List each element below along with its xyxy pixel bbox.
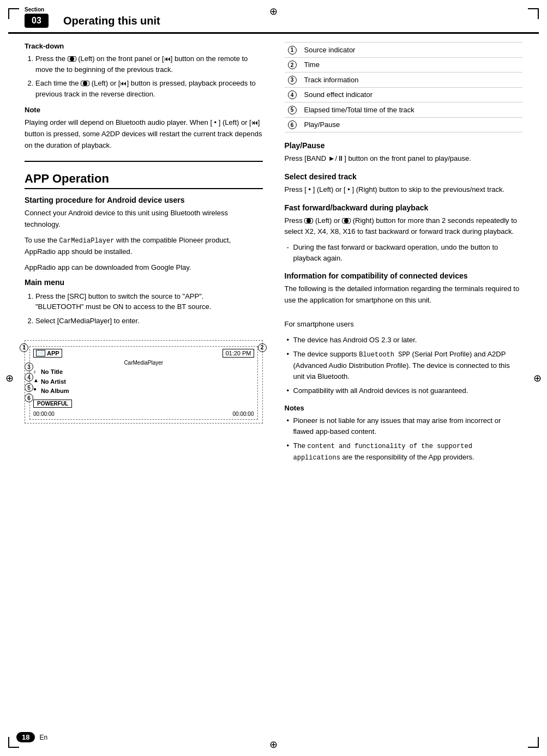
corner-mark-tl	[8, 8, 19, 19]
indicator-label-5: Elapsed time/Total time of the track	[301, 102, 523, 118]
main-menu-title: Main menu	[25, 278, 263, 287]
diagram-track-text: No Title No Artist No Album	[41, 367, 69, 396]
no-title: No Title	[41, 367, 69, 377]
circle-indicator-1: 1	[288, 46, 297, 55]
notes-section: Notes Pioneer is not liable for any issu…	[285, 404, 523, 463]
main-content: Track-down Press the (Left) on the front…	[8, 34, 539, 470]
indicator-label-6: Play/Pause	[301, 117, 523, 132]
circle-indicator-6: 6	[288, 120, 297, 129]
play-pause-text: Press [BAND ►/⏸] button on the front pan…	[285, 153, 523, 165]
page-lang: En	[39, 734, 47, 741]
fast-forward-dash: During the fast forward or backward oper…	[285, 242, 523, 264]
diagram-icon-col: ♪ ▲ ●	[33, 367, 39, 396]
main-menu-steps: Press the [SRC] button to switch the sou…	[25, 291, 263, 326]
diagram-time: 01:20 PM	[223, 349, 254, 358]
section-title: Operating this unit	[63, 15, 160, 27]
page-footer: 18 En	[16, 732, 47, 742]
notes-bullet-1: Pioneer is not liable for any issues tha…	[285, 415, 523, 437]
no-album: No Album	[41, 386, 69, 396]
fast-forward-section: Fast forward/backward during playback Pr…	[285, 203, 523, 264]
disc-icon: ●	[33, 385, 39, 394]
diagram-time-end: 00:00:00	[233, 411, 254, 417]
main-menu-step-2: Select [CarMediaPlayer] to enter.	[35, 316, 263, 326]
indicator-num-3: 3	[285, 72, 301, 88]
app-icon: 📄	[36, 350, 45, 356]
diagram-time-row: 00:00:00 00:00:00	[33, 411, 254, 417]
center-mark-right: ⊕	[533, 372, 542, 384]
corner-mark-tr	[528, 8, 539, 19]
page-number: 18	[16, 732, 35, 742]
main-menu-section: Main menu Press the [SRC] button to swit…	[25, 278, 263, 326]
btn-ff-right	[342, 218, 351, 223]
label-empty	[25, 332, 35, 339]
circle-num-1: 1	[20, 343, 28, 352]
play-pause-section: Play/Pause Press [BAND ►/⏸] button on th…	[285, 141, 523, 165]
person-icon: ▲	[33, 376, 39, 385]
center-mark-left: ⊕	[5, 372, 14, 384]
play-pause-title: Play/Pause	[285, 141, 523, 150]
notes-bullet-2: The content and functionality of the sup…	[285, 440, 523, 463]
circle-indicator-4: 4	[288, 90, 297, 99]
indicator-table-body: 1 Source indicator 2 Time 3 Track inform…	[285, 43, 523, 132]
right-column: 1 Source indicator 2 Time 3 Track inform…	[274, 34, 523, 470]
compat-bullet-3: Compatibility with all Android devices i…	[285, 385, 523, 396]
track-down-section: Track-down Press the (Left) on the front…	[25, 42, 263, 99]
diagram-time-start: 00:00:00	[33, 411, 55, 417]
no-artist: No Artist	[41, 377, 69, 387]
select-track-title: Select desired track	[285, 172, 523, 181]
diagram-outer: 1 2 📄 APP	[25, 340, 263, 424]
circle-indicator-5: 5	[288, 106, 297, 114]
dot2-icon	[83, 81, 87, 86]
indicator-num-4: 4	[285, 87, 301, 102]
indicator-num-2: 2	[285, 57, 301, 72]
app-label-text: APP	[47, 350, 59, 356]
btn-left2-bracket	[81, 81, 89, 86]
compatibility-bullets: The device has Android OS 2.3 or later. …	[285, 335, 523, 396]
app-operation-title: APP Operation	[25, 172, 263, 189]
indicator-num-5: 5	[285, 102, 301, 118]
note-title: Note	[25, 106, 263, 114]
diagram-top-labels	[25, 332, 263, 339]
for-users-label: For smartphone users	[285, 319, 523, 330]
dot-icon	[70, 57, 74, 61]
device-diagram-wrapper: 1 2 📄 APP	[25, 332, 263, 403]
corner-mark-br	[528, 737, 539, 748]
compatibility-intro: The following is the detailed informatio…	[285, 283, 523, 306]
starting-procedure-p1: Connect your Android device to this unit…	[25, 208, 263, 231]
note-icon: ♪	[33, 367, 39, 376]
dot-ff-right	[344, 219, 348, 223]
indicator-row-3: 3 Track information	[285, 72, 523, 88]
section-badge: 03	[25, 14, 49, 28]
indicator-table: 1 Source indicator 2 Time 3 Track inform…	[285, 42, 523, 132]
center-mark-bottom: ⊕	[269, 739, 278, 751]
indicator-num-1: 1	[285, 43, 301, 58]
left-column: Track-down Press the (Left) on the front…	[25, 34, 274, 470]
circle-2-label: 2	[258, 343, 268, 352]
indicator-row-5: 5 Elapsed time/Total time of the track	[285, 102, 523, 118]
fast-forward-title: Fast forward/backward during playback	[285, 203, 523, 212]
track-down-steps: Press the (Left) on the front panel or […	[25, 53, 263, 99]
indicator-row-4: 4 Sound effect indicator	[285, 87, 523, 102]
dot-ff-left	[306, 219, 311, 223]
indicator-row-6: 6 Play/Pause	[285, 117, 523, 132]
circle-num-2: 2	[258, 343, 267, 352]
notes-title: Notes	[285, 404, 523, 412]
section-info: Section 03 Operating this unit	[25, 7, 160, 28]
note-section: Note Playing order will depend on Blueto…	[25, 106, 263, 151]
divider-1	[25, 161, 263, 162]
indicator-row-1: 1 Source indicator	[285, 43, 523, 58]
bluetooth-spp-ref: Bluetooth SPP	[359, 351, 410, 359]
app-operation-section: APP Operation Starting procedure for And…	[25, 172, 263, 403]
diagram-track-row: ♪ ▲ ● No Title No Artist No Album	[33, 367, 254, 396]
track-down-step-2: Each time the (Left) or [⏮] button is pr…	[35, 78, 263, 99]
diagram-effect-badge: POWERFUL	[33, 400, 72, 408]
fast-forward-text: Press (Left) or (Right) button for more …	[285, 215, 523, 238]
label-spacer	[40, 332, 263, 339]
starting-procedure-p3: AppRadio app can be downloaded from Goog…	[25, 262, 263, 274]
select-track-section: Select desired track Press [ • ] (Left) …	[285, 172, 523, 196]
diagram-header-row: 📄 APP 01:20 PM	[33, 349, 254, 358]
indicator-label-3: Track information	[301, 72, 523, 88]
starting-procedure-section: Starting procedure for Android device us…	[25, 196, 263, 273]
diagram-player-title: CarMediaPlayer	[33, 360, 254, 366]
indicator-label-2: Time	[301, 57, 523, 72]
